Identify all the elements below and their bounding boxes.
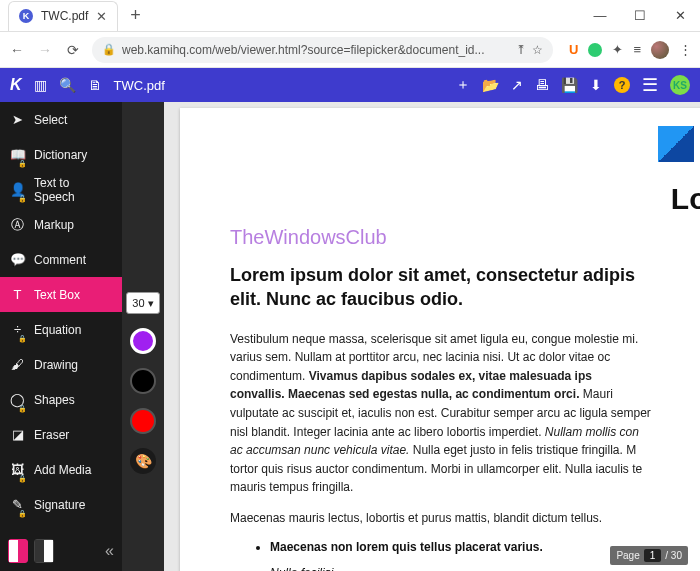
find-icon[interactable]: 🔍 bbox=[59, 77, 76, 93]
tool-select[interactable]: ➤Select bbox=[0, 102, 122, 137]
extension-list-icon[interactable]: ≡ bbox=[633, 42, 641, 57]
kami-menu-icon[interactable]: ☰ bbox=[642, 74, 658, 96]
view-mode-single[interactable] bbox=[34, 539, 54, 563]
folder-open-icon[interactable]: 📂 bbox=[482, 77, 499, 93]
cursor-icon: ➤ bbox=[10, 112, 25, 127]
watermark-text: TheWindowsClub bbox=[230, 226, 700, 249]
markup-icon: Ⓐ bbox=[10, 216, 25, 234]
extension-u-icon[interactable]: U bbox=[569, 42, 578, 57]
lock-badge-icon: 🔒 bbox=[18, 510, 27, 518]
lock-badge-icon: 🔒 bbox=[18, 405, 27, 413]
tool-drawing[interactable]: 🖌Drawing bbox=[0, 347, 122, 382]
view-mode-split[interactable] bbox=[8, 539, 28, 563]
bookmark-star-icon[interactable]: ☆ bbox=[532, 43, 543, 57]
lock-badge-icon: 🔒 bbox=[18, 160, 27, 168]
comment-icon: 💬 bbox=[10, 252, 25, 267]
open-file-icon[interactable]: 🗎 bbox=[88, 77, 102, 93]
browser-menu-icon[interactable]: ⋮ bbox=[679, 42, 692, 57]
extension-green-icon[interactable] bbox=[588, 43, 602, 57]
tool-options-column: 30 ▾ 🎨 bbox=[122, 102, 164, 571]
browser-tab[interactable]: K TWC.pdf ✕ bbox=[8, 1, 118, 31]
share-icon[interactable]: ↗ bbox=[511, 77, 523, 93]
tab-close-icon[interactable]: ✕ bbox=[96, 9, 107, 24]
tab-title: TWC.pdf bbox=[41, 9, 88, 23]
color-swatch-red[interactable] bbox=[130, 408, 156, 434]
new-tab-button[interactable]: + bbox=[130, 5, 141, 26]
kami-favicon: K bbox=[19, 9, 33, 23]
tool-signature[interactable]: ✎🔒Signature bbox=[0, 487, 122, 522]
tool-add-media[interactable]: 🖼🔒Add Media bbox=[0, 452, 122, 487]
profile-avatar[interactable] bbox=[651, 41, 669, 59]
doc-heading-2: Lorem ipsum dolor sit amet, consectetur … bbox=[230, 263, 700, 312]
doc-paragraph: Maecenas mauris lectus, lobortis et puru… bbox=[230, 509, 700, 528]
window-close-icon[interactable]: ✕ bbox=[660, 0, 700, 32]
lock-badge-icon: 🔒 bbox=[18, 195, 27, 203]
color-palette-button[interactable]: 🎨 bbox=[130, 448, 156, 474]
help-icon[interactable]: ? bbox=[614, 77, 630, 93]
download-icon[interactable]: ⬇ bbox=[590, 77, 602, 93]
window-maximize-icon[interactable]: ☐ bbox=[620, 0, 660, 32]
page-current[interactable]: 1 bbox=[644, 549, 662, 562]
lock-badge-icon: 🔒 bbox=[18, 475, 27, 483]
tool-eraser[interactable]: ◪Eraser bbox=[0, 417, 122, 452]
print-icon[interactable]: 🖶 bbox=[535, 77, 549, 93]
page-label: Page bbox=[616, 550, 639, 561]
eraser-icon: ◪ bbox=[10, 427, 25, 442]
lock-badge-icon: 🔒 bbox=[18, 335, 27, 343]
tool-comment[interactable]: 💬Comment bbox=[0, 242, 122, 277]
url-bar[interactable]: 🔒 web.kamihq.com/web/viewer.html?source=… bbox=[92, 37, 553, 63]
collapse-sidebar-icon[interactable]: « bbox=[105, 542, 114, 560]
user-badge[interactable]: KS bbox=[670, 75, 690, 95]
tool-markup[interactable]: ⒶMarkup bbox=[0, 207, 122, 242]
color-swatch-black[interactable] bbox=[130, 368, 156, 394]
brush-icon: 🖌 bbox=[10, 357, 25, 372]
page-indicator[interactable]: Page 1 / 30 bbox=[610, 546, 688, 565]
nav-reload-icon[interactable]: ⟳ bbox=[64, 42, 82, 58]
nav-forward-icon[interactable]: → bbox=[36, 42, 54, 58]
toggle-sidebar-icon[interactable]: ▥ bbox=[34, 77, 47, 93]
extensions-puzzle-icon[interactable]: ✦ bbox=[612, 42, 623, 57]
doc-paragraph: Vestibulum neque massa, scelerisque sit … bbox=[230, 330, 700, 497]
tool-dictionary[interactable]: 📖🔒Dictionary bbox=[0, 137, 122, 172]
twc-logo-icon bbox=[658, 126, 694, 162]
tool-text-to-speech[interactable]: 👤🔒Text to Speech bbox=[0, 172, 122, 207]
document-viewport[interactable]: TheWindowsClub Lorem ipsum TheWindowsClu… bbox=[164, 102, 700, 571]
pdf-page: TheWindowsClub Lorem ipsum TheWindowsClu… bbox=[180, 108, 700, 571]
doc-heading-1: Lorem ipsum bbox=[190, 182, 700, 216]
install-app-icon[interactable]: ⤒ bbox=[516, 43, 526, 57]
save-icon[interactable]: 💾 bbox=[561, 77, 578, 93]
tool-text-box[interactable]: TText Box bbox=[0, 277, 122, 312]
nav-back-icon[interactable]: ← bbox=[8, 42, 26, 58]
tool-equation[interactable]: ÷🔒Equation bbox=[0, 312, 122, 347]
kami-logo[interactable]: K bbox=[10, 76, 22, 94]
document-filename: TWC.pdf bbox=[114, 78, 165, 93]
tools-sidebar: ➤Select 📖🔒Dictionary 👤🔒Text to Speech ⒶM… bbox=[0, 102, 122, 571]
tool-shapes[interactable]: ◯🔒Shapes bbox=[0, 382, 122, 417]
color-swatch-purple[interactable] bbox=[130, 328, 156, 354]
url-text: web.kamihq.com/web/viewer.html?source=fi… bbox=[122, 43, 510, 57]
lock-icon: 🔒 bbox=[102, 43, 116, 56]
add-icon[interactable]: ＋ bbox=[456, 76, 470, 94]
textbox-icon: T bbox=[10, 287, 25, 302]
font-size-selector[interactable]: 30 ▾ bbox=[126, 292, 160, 314]
page-total: / 30 bbox=[665, 550, 682, 561]
list-item: Nulla facilisi bbox=[270, 566, 700, 571]
window-minimize-icon[interactable]: ― bbox=[580, 0, 620, 32]
